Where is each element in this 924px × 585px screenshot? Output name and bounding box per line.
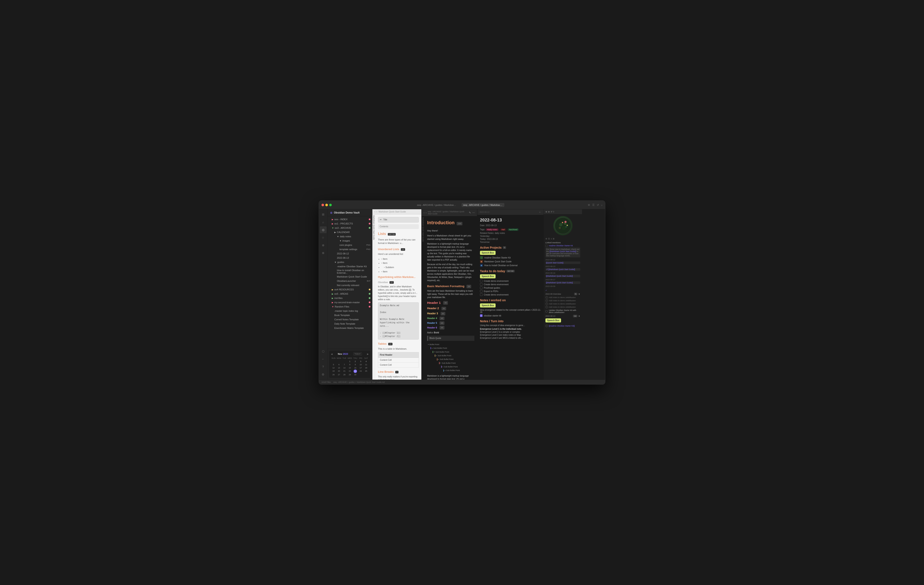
task-4[interactable]: Export to PDFs <box>480 290 541 292</box>
fr-icon-1[interactable]: ⊕ <box>545 211 547 213</box>
cal-day-8[interactable]: 8 <box>347 363 352 366</box>
sidebar-item-book-template[interactable]: Book Template <box>327 313 372 317</box>
task-cb-1[interactable] <box>480 280 483 282</box>
sidebar-item-resources[interactable]: ▶ oo4 RESOURCES <box>327 288 372 292</box>
panel1-nav-back[interactable]: ‹ <box>375 211 375 213</box>
fr-grid-icon[interactable]: ⊞ <box>553 238 554 240</box>
tag-daily-notes[interactable]: #daily-notes <box>486 228 499 231</box>
cal-day-15[interactable]: 15 <box>347 366 352 369</box>
sidebar-item-md-files[interactable]: ▶ md-files <box>327 296 372 300</box>
sidebar-item-eisenhower[interactable]: Eisenhower Matrix Template <box>327 326 372 330</box>
fr-readme-link[interactable]: + [[readme Obsidian Starter Kit]] <box>545 325 580 327</box>
cal-day-22[interactable]: 22 <box>347 370 352 373</box>
sidebar-item-index[interactable]: ▶ ooo - INDEX <box>327 217 372 221</box>
cal-day-7[interactable]: 7 <box>342 363 347 366</box>
cal-day-26[interactable]: 26 <box>331 373 336 376</box>
cal-day-24[interactable]: 24 <box>358 370 363 373</box>
add-icon-1[interactable]: + <box>545 296 548 299</box>
overview-chevron[interactable]: ▼ <box>578 293 580 295</box>
sidebar-item-areas[interactable]: ▶ oo5 - AREAS <box>327 292 372 296</box>
add-icon-2[interactable]: + <box>545 299 548 302</box>
cal-day-13[interactable]: 13 <box>336 366 342 369</box>
nav-files-icon[interactable]: ⊞ <box>320 211 327 218</box>
sidebar-item-second-brain[interactable]: ▶ my-second-brain-master <box>327 300 372 304</box>
sidebar-item-2022-08-12[interactable]: 2022-08-12 <box>327 251 372 256</box>
sidebar-item-core-plugins[interactable]: core plugins PNG <box>327 243 372 247</box>
cal-day-3[interactable]: 3 <box>358 360 363 363</box>
linked-item-readme[interactable]: -readme Obsidian Starter Kit <box>545 245 580 247</box>
update-cb[interactable] <box>545 310 548 312</box>
add-item-4[interactable]: + Add notes to demo zettelkasten <box>545 306 580 308</box>
sidebar-item-guides[interactable]: ▼ guides <box>327 260 372 264</box>
sidebar-item-not-relevant[interactable]: Not currently relevant <box>327 283 372 288</box>
date-link-08-16[interactable]: [[Markdown Quick Start Guide]] <box>545 275 580 277</box>
cal-day-5[interactable]: 5 <box>331 363 336 366</box>
cal-day-4[interactable]: 4 <box>364 360 369 363</box>
sidebar-item-images[interactable]: ▼ images <box>327 239 372 243</box>
cal-day-12[interactable]: 12 <box>331 366 336 369</box>
cal-day-9[interactable]: 9 <box>353 363 358 366</box>
task-5[interactable]: Create demo environment <box>480 293 541 296</box>
cal-day-25[interactable]: 25 <box>364 370 369 373</box>
sidebar-item-template-settings[interactable]: template settings PNG <box>327 247 372 251</box>
add-item-2[interactable]: + Add notes to demo zettelkasten <box>545 299 580 302</box>
sidebar-item-install[interactable]: How to install Obsidian on External... <box>327 269 372 274</box>
nav-graph-icon[interactable]: ⬡ <box>320 348 327 355</box>
cal-day-17[interactable]: 17 <box>358 366 363 369</box>
nav-plugin-icon[interactable]: ⊗ <box>320 250 327 256</box>
nav-tag-icon[interactable]: ⊕ <box>320 242 327 249</box>
search-icon[interactable]: ⌕ <box>601 203 602 207</box>
cal-day-14[interactable]: 14 <box>342 366 347 369</box>
cal-next[interactable]: ▶ <box>367 353 369 355</box>
cal-day-30[interactable]: 30 <box>353 373 358 376</box>
task-2[interactable]: Create demo environment <box>480 283 541 286</box>
fr-icon-4[interactable]: ◊ <box>553 211 554 213</box>
fr-list-icon[interactable]: ☰ <box>548 238 550 240</box>
tab-2[interactable]: ooq - ARCHIVE / guides / Markdown Quick … <box>462 203 504 207</box>
task-1[interactable]: Create demo environment <box>480 280 541 282</box>
cal-day-2[interactable]: 2 <box>353 360 358 363</box>
nav-back-icon[interactable]: ← <box>320 355 327 362</box>
add-item-3[interactable]: + Add notes to demo zettelkasten <box>545 302 580 305</box>
settings-icon[interactable]: ⚙ <box>588 203 590 207</box>
sidebar-item-daily-notes[interactable]: ▼ daily notes <box>327 234 372 239</box>
fr-link-icon[interactable]: ⊕ <box>545 238 547 240</box>
sidebar-item-daily-template[interactable]: Daily Note Template <box>327 322 372 326</box>
date-link-08-13[interactable]: -// [[Markdown Quick Start Guide]] <box>545 268 580 271</box>
nav-help-icon[interactable]: ? <box>320 364 327 370</box>
task-cb-4[interactable] <box>480 290 483 292</box>
sidebar-item-readme[interactable]: -readme Obsidian Starter Kit <box>327 264 372 269</box>
close-button[interactable] <box>322 204 324 206</box>
project-item-mkd[interactable]: ▦ Markdown Quick Start Guide <box>480 260 541 263</box>
sidebar-item-2022-08-13[interactable]: 2022-08-13 <box>327 256 372 260</box>
cal-day-27[interactable]: 27 <box>336 373 342 376</box>
cal-day-16[interactable]: 16 <box>353 366 358 369</box>
task-cb-5[interactable] <box>480 293 483 296</box>
cal-day-28[interactable]: 28 <box>342 373 347 376</box>
maximize-button[interactable] <box>329 204 332 206</box>
cal-day-29[interactable]: 29 <box>347 373 352 376</box>
cal-day-empty4[interactable] <box>358 373 363 376</box>
project-item-readme[interactable]: ⬡ readme Obsidian Starter Kit <box>480 256 541 259</box>
minimize-button[interactable] <box>325 204 328 206</box>
update-task[interactable]: Update Obsidian Starter Kit with demo ze… <box>545 309 580 314</box>
nav-explore-icon[interactable]: ◎ <box>320 226 327 233</box>
cal-day-20[interactable]: 20 <box>336 370 342 373</box>
overview-chevron-2[interactable]: ▼ <box>578 315 580 317</box>
add-icon-4[interactable]: + <box>545 306 548 308</box>
tab-1[interactable]: ooq - ARCHIVE / guides / Markdown Qui... <box>415 203 458 207</box>
fr-icon-3[interactable]: ↺ <box>551 211 552 213</box>
cal-day-empty1[interactable] <box>331 360 336 363</box>
cal-day-empty2[interactable] <box>336 360 342 363</box>
cal-prev[interactable]: ◀ <box>331 353 333 355</box>
sidebar-item-calendar[interactable]: ▶ CALENDAR <box>327 230 372 234</box>
panel2-nav-fwd[interactable]: › <box>426 212 426 214</box>
cal-day-18[interactable]: 18 <box>364 366 369 369</box>
sidebar-item-mkd-guide[interactable]: Markdown Quick Start Guide <box>327 274 372 279</box>
task-cb-3[interactable] <box>480 286 483 289</box>
cal-day-21[interactable]: 21 <box>342 370 347 373</box>
panel2-edit-icon[interactable]: ✎ <box>469 211 471 214</box>
panel2-nav-back[interactable]: ‹ <box>424 212 424 214</box>
sidebar-item-projects[interactable]: ▶ oo1 - PROJECTS <box>327 221 372 226</box>
cal-day-6[interactable]: 6 <box>336 363 342 366</box>
